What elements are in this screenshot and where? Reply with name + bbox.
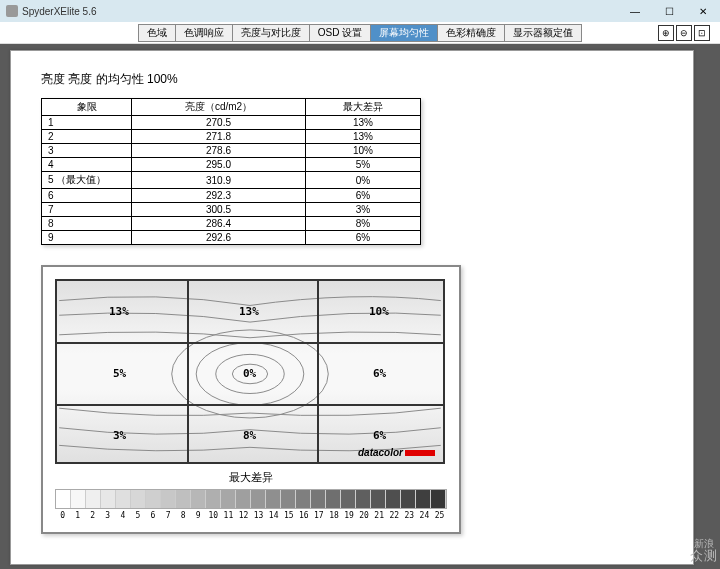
grid-v1 bbox=[187, 281, 189, 462]
contour-panel: 13% 13% 10% 5% 0% 6% 3% 8% 6% datacolor … bbox=[41, 265, 461, 534]
tab-0[interactable]: 色域 bbox=[139, 25, 176, 41]
page-title: 亮度 亮度 的均匀性 100% bbox=[41, 71, 663, 88]
datacolor-logo: datacolor bbox=[358, 447, 435, 458]
col-diff: 最大差异 bbox=[306, 99, 421, 116]
cell-8: 8% bbox=[243, 429, 256, 442]
table-row: 9292.66% bbox=[42, 231, 421, 245]
cell-9: 6% bbox=[373, 429, 386, 442]
tab-bar: 色域色调响应亮度与对比度OSD 设置屏幕均匀性色彩精确度显示器额定值 bbox=[138, 24, 582, 42]
tab-6[interactable]: 显示器额定值 bbox=[505, 25, 581, 41]
table-row: 3278.610% bbox=[42, 144, 421, 158]
legend-title: 最大差异 bbox=[55, 470, 447, 485]
gradient-labels: 0123456789101112131415161718192021222324… bbox=[55, 511, 447, 520]
col-zone: 象限 bbox=[42, 99, 132, 116]
close-button[interactable]: ✕ bbox=[686, 0, 720, 22]
grid-h2 bbox=[57, 404, 443, 406]
cell-5: 0% bbox=[243, 367, 256, 380]
grid-v2 bbox=[317, 281, 319, 462]
table-row: 1270.513% bbox=[42, 116, 421, 130]
cell-3: 10% bbox=[369, 305, 389, 318]
grid-h1 bbox=[57, 342, 443, 344]
cell-4: 5% bbox=[113, 367, 126, 380]
tab-5[interactable]: 色彩精确度 bbox=[438, 25, 505, 41]
table-body: 1270.513%2271.813%3278.610%4295.05%5 （最大… bbox=[42, 116, 421, 245]
minimize-button[interactable]: — bbox=[618, 0, 652, 22]
gradient-bar bbox=[55, 489, 447, 509]
table-row: 6292.36% bbox=[42, 189, 421, 203]
zoom-in-icon[interactable]: ⊕ bbox=[658, 25, 674, 41]
cell-1: 13% bbox=[109, 305, 129, 318]
app-title: SpyderXElite 5.6 bbox=[22, 6, 97, 17]
table-row: 7300.53% bbox=[42, 203, 421, 217]
tab-2[interactable]: 亮度与对比度 bbox=[233, 25, 310, 41]
uniformity-table: 象限 亮度（cd/m2） 最大差异 1270.513%2271.813%3278… bbox=[41, 98, 421, 245]
maximize-button[interactable]: ☐ bbox=[652, 0, 686, 22]
window-controls: — ☐ ✕ bbox=[618, 0, 720, 22]
tab-1[interactable]: 色调响应 bbox=[176, 25, 233, 41]
zoom-out-icon[interactable]: ⊖ bbox=[676, 25, 692, 41]
contour-map: 13% 13% 10% 5% 0% 6% 3% 8% 6% datacolor bbox=[55, 279, 445, 464]
report-page: 亮度 亮度 的均匀性 100% 象限 亮度（cd/m2） 最大差异 1270.5… bbox=[10, 50, 694, 565]
table-row: 4295.05% bbox=[42, 158, 421, 172]
cell-2: 13% bbox=[239, 305, 259, 318]
cell-6: 6% bbox=[373, 367, 386, 380]
toolbar: 色域色调响应亮度与对比度OSD 设置屏幕均匀性色彩精确度显示器额定值 ⊕ ⊖ ⊡ bbox=[0, 22, 720, 44]
titlebar: SpyderXElite 5.6 — ☐ ✕ bbox=[0, 0, 720, 22]
zoom-fit-icon[interactable]: ⊡ bbox=[694, 25, 710, 41]
tab-4[interactable]: 屏幕均匀性 bbox=[371, 25, 438, 41]
table-row: 8286.48% bbox=[42, 217, 421, 231]
watermark: 新浪 众测 bbox=[690, 538, 718, 563]
cell-7: 3% bbox=[113, 429, 126, 442]
table-row: 5 （最大值）310.90% bbox=[42, 172, 421, 189]
app-icon bbox=[6, 5, 18, 17]
tab-3[interactable]: OSD 设置 bbox=[310, 25, 371, 41]
col-luminance: 亮度（cd/m2） bbox=[132, 99, 306, 116]
table-row: 2271.813% bbox=[42, 130, 421, 144]
